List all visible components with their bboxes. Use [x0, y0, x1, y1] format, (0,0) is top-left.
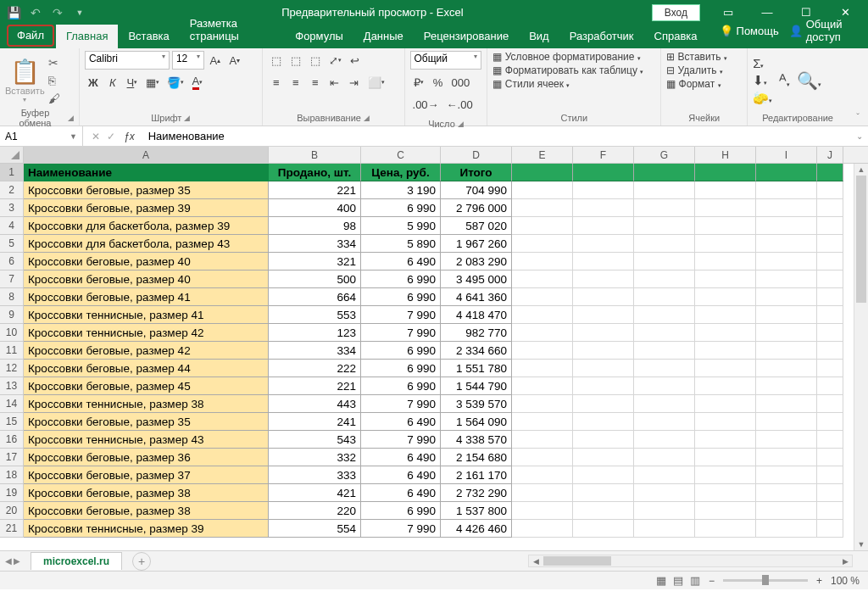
col-header[interactable]: G	[634, 147, 695, 163]
cell[interactable]	[817, 181, 843, 199]
cell[interactable]: 7 990	[361, 324, 441, 342]
number-format-select[interactable]: Общий▾	[410, 51, 481, 70]
insert-cells-button[interactable]: ⊞ Вставить ▾	[666, 51, 727, 63]
cell[interactable]: 443	[269, 395, 361, 413]
cell[interactable]	[573, 181, 634, 199]
cell[interactable]: Кроссовки беговые, размер 40	[24, 271, 269, 288]
indent-decrease-icon[interactable]: ⇤	[326, 73, 343, 92]
cell[interactable]: 4 641 360	[441, 288, 512, 306]
cell[interactable]: 4 338 570	[441, 431, 512, 449]
format-as-table-button[interactable]: ▦ Форматировать как таблицу ▾	[492, 64, 643, 76]
cell[interactable]: 6 990	[361, 502, 441, 520]
zoom-level[interactable]: 100 %	[831, 575, 860, 587]
autosum-icon[interactable]: Σ▾	[753, 56, 772, 70]
cell[interactable]: 1 564 090	[441, 413, 512, 431]
cell[interactable]: 543	[269, 431, 361, 449]
cell[interactable]: 6 990	[361, 377, 441, 395]
cell[interactable]	[634, 199, 695, 217]
cell[interactable]	[756, 181, 817, 199]
row-header[interactable]: 7	[0, 271, 24, 288]
cell[interactable]	[634, 377, 695, 395]
qat-dropdown-icon[interactable]: ▼	[73, 6, 86, 20]
cell[interactable]	[634, 449, 695, 466]
cell[interactable]	[573, 395, 634, 413]
cell[interactable]	[817, 199, 843, 217]
cell[interactable]: 6 490	[361, 466, 441, 484]
cell[interactable]: 2 732 290	[441, 484, 512, 502]
col-header[interactable]: J	[817, 147, 843, 163]
row-header[interactable]: 3	[0, 199, 24, 217]
cell[interactable]	[817, 360, 843, 377]
cell[interactable]: 332	[269, 449, 361, 466]
row-header[interactable]: 8	[0, 288, 24, 306]
cell[interactable]: 4 418 470	[441, 306, 512, 324]
fx-icon[interactable]: ƒx	[124, 131, 142, 142]
cell[interactable]: Кроссовки теннисные, размер 38	[24, 395, 269, 413]
cell[interactable]: Кроссовки беговые, размер 36	[24, 449, 269, 466]
cell[interactable]: 6 490	[361, 253, 441, 271]
cell[interactable]	[695, 466, 756, 484]
cell[interactable]	[756, 449, 817, 466]
row-header[interactable]: 2	[0, 181, 24, 199]
cell[interactable]	[573, 271, 634, 288]
tab-data[interactable]: Данные	[353, 25, 414, 48]
expand-formula-icon[interactable]: ⌄	[856, 131, 868, 141]
cell[interactable]	[756, 164, 817, 181]
cell[interactable]	[512, 413, 573, 431]
cell[interactable]	[634, 306, 695, 324]
cell[interactable]	[817, 502, 843, 520]
cell[interactable]: 321	[269, 253, 361, 271]
cell[interactable]	[695, 181, 756, 199]
cell[interactable]	[817, 466, 843, 484]
cell[interactable]	[573, 324, 634, 342]
cell[interactable]	[634, 360, 695, 377]
cell[interactable]: 7 990	[361, 306, 441, 324]
cell[interactable]: 6 990	[361, 271, 441, 288]
cell[interactable]	[573, 217, 634, 235]
cell[interactable]	[817, 306, 843, 324]
cell[interactable]	[573, 288, 634, 306]
align-launcher-icon[interactable]: ◢	[364, 114, 370, 122]
cell[interactable]	[817, 235, 843, 253]
align-center-icon[interactable]: ≡	[287, 73, 304, 92]
cell[interactable]	[512, 271, 573, 288]
clear-icon[interactable]: 🧽▾	[753, 91, 772, 106]
increase-decimal-icon[interactable]: .00→	[410, 95, 442, 114]
cell[interactable]	[573, 235, 634, 253]
undo-icon[interactable]: ↶	[29, 6, 42, 20]
cell[interactable]	[512, 431, 573, 449]
tell-me[interactable]: 💡 Помощь	[720, 25, 779, 37]
cell[interactable]	[817, 395, 843, 413]
cell[interactable]: 587 020	[441, 217, 512, 235]
zoom-out-icon[interactable]: −	[709, 575, 715, 587]
cell[interactable]: 3 190	[361, 181, 441, 199]
cell[interactable]	[756, 360, 817, 377]
share-button[interactable]: 👤 Общий доступ	[789, 18, 856, 43]
zoom-in-icon[interactable]: +	[816, 575, 822, 587]
cell[interactable]: 664	[269, 288, 361, 306]
cell[interactable]	[817, 324, 843, 342]
copy-icon[interactable]: ⎘	[48, 74, 60, 87]
cell[interactable]	[817, 217, 843, 235]
format-cells-button[interactable]: ▦ Формат ▾	[666, 78, 721, 90]
cell[interactable]	[695, 235, 756, 253]
horizontal-scrollbar[interactable]: ◀▶	[528, 555, 853, 567]
row-header[interactable]: 9	[0, 306, 24, 324]
confirm-formula-icon[interactable]: ✓	[107, 131, 115, 142]
cell[interactable]	[512, 360, 573, 377]
cell[interactable]: Наименование	[24, 164, 269, 181]
cell[interactable]	[634, 520, 695, 538]
col-header[interactable]: C	[361, 147, 441, 163]
decrease-font-icon[interactable]: A▾	[226, 51, 243, 70]
cell[interactable]	[634, 324, 695, 342]
cell[interactable]: 333	[269, 466, 361, 484]
cell[interactable]	[817, 377, 843, 395]
tab-developer[interactable]: Разработчик	[559, 25, 644, 48]
currency-icon[interactable]: ₽▾	[410, 73, 427, 92]
cell[interactable]	[573, 484, 634, 502]
row-header[interactable]: 11	[0, 342, 24, 360]
sort-filter-icon[interactable]: ᴬ▾	[779, 70, 790, 91]
cell[interactable]	[756, 324, 817, 342]
tab-help[interactable]: Справка	[644, 25, 708, 48]
cell[interactable]: Цена, руб.	[361, 164, 441, 181]
